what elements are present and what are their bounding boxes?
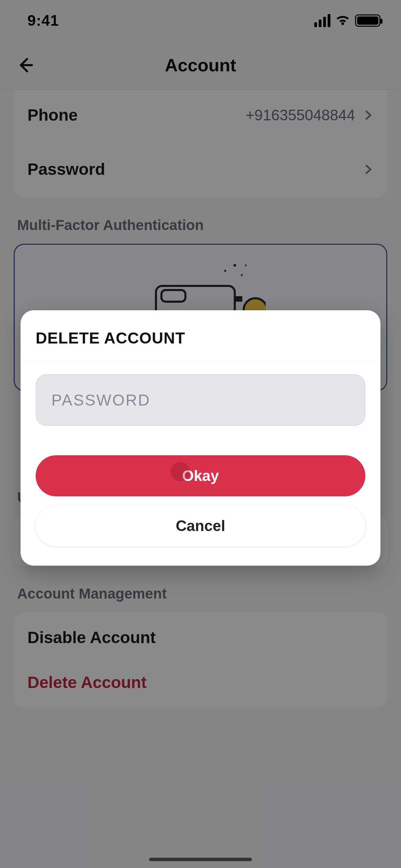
home-indicator [149,858,252,861]
modal-title: DELETE ACCOUNT [36,329,365,347]
cancel-button[interactable]: Cancel [36,505,365,546]
password-input[interactable] [36,374,365,426]
delete-account-modal: DELETE ACCOUNT Okay Cancel [21,310,380,566]
okay-button[interactable]: Okay [36,455,365,496]
modal-divider [21,362,380,362]
cancel-button-label: Cancel [176,517,225,534]
touch-indicator [171,462,190,481]
